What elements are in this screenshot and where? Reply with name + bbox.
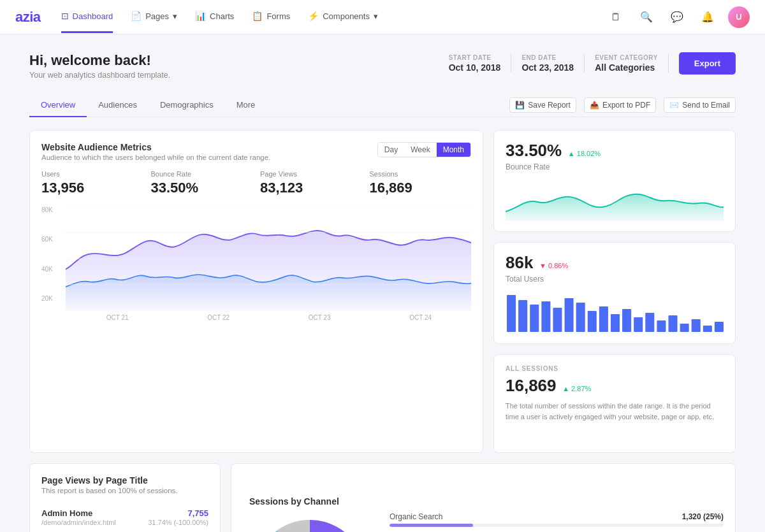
main-grid: Website Audience Metrics Audience to whi… xyxy=(29,130,736,453)
sessions-channel-card: Sessions by Channel xyxy=(231,463,736,532)
nav-components[interactable]: ⚡ Components ▾ xyxy=(308,1,378,33)
svg-rect-4 xyxy=(507,295,516,332)
svg-rect-17 xyxy=(657,320,666,332)
svg-rect-7 xyxy=(541,301,550,332)
total-users-chart xyxy=(506,289,724,333)
stat-bounce-rate: Bounce Rate 33.50% xyxy=(151,170,253,196)
stat-users: Users 13,956 xyxy=(41,170,143,196)
search-icon-btn[interactable]: 🔍 xyxy=(636,7,657,27)
nav-forms[interactable]: 📋 Forms xyxy=(252,1,290,33)
donut-chart xyxy=(249,515,370,532)
nav-dashboard[interactable]: ⊡ Dashboard xyxy=(61,1,113,33)
tab-items: Overview Audiences Demographics More xyxy=(29,94,266,117)
tab-demographics[interactable]: Demographics xyxy=(149,94,225,117)
forms-icon: 📋 xyxy=(252,11,263,21)
bottom-grid: Page Views by Page Title This report is … xyxy=(29,463,736,532)
svg-rect-6 xyxy=(530,305,539,332)
svg-rect-8 xyxy=(553,308,562,332)
navbar: azia ⊡ Dashboard 📄 Pages ▾ 📊 Charts 📋 Fo… xyxy=(0,0,765,34)
svg-rect-12 xyxy=(599,306,608,332)
tab-audiences[interactable]: Audiences xyxy=(87,94,149,117)
chart-y-labels: 80K 60K 40K 20K xyxy=(41,206,53,302)
metrics-title-group: Website Audience Metrics Audience to whi… xyxy=(41,142,270,161)
channel-bar-bg xyxy=(390,524,724,527)
page-views-card: Page Views by Page Title This report is … xyxy=(29,463,221,532)
svg-rect-21 xyxy=(703,326,712,332)
svg-rect-15 xyxy=(634,317,643,332)
metrics-title: Website Audience Metrics xyxy=(41,142,270,152)
chart-x-labels: OCT 21 OCT 22 OCT 23 OCT 24 xyxy=(67,314,471,321)
svg-rect-14 xyxy=(622,309,631,332)
page-views-list: Admin Home 7,755 /demo/admin/index.html … xyxy=(41,502,208,532)
svg-rect-20 xyxy=(692,319,701,332)
channel-bar-fill xyxy=(390,524,473,527)
send-email-button[interactable]: ✉️ Send to Email xyxy=(664,97,736,113)
sessions-inner: ALL SESSIONS 16,869 ▲ 2.87% The total nu… xyxy=(494,355,735,452)
chevron-down-icon: ▾ xyxy=(173,11,177,21)
total-users-value-group: 86k ▼ 0.86% xyxy=(506,253,568,273)
period-week-button[interactable]: Week xyxy=(404,143,436,157)
bounce-rate-card: 33.50% ▲ 18.02% Bounce Rate xyxy=(493,130,736,232)
event-category-field[interactable]: EVENT CATEGORY All Categories xyxy=(585,54,669,73)
export-icon: 📤 xyxy=(590,101,599,110)
avatar[interactable]: U xyxy=(728,6,750,28)
tab-more[interactable]: More xyxy=(225,94,267,117)
chevron-down-icon: ▾ xyxy=(374,11,378,21)
nav-links: ⊡ Dashboard 📄 Pages ▾ 📊 Charts 📋 Forms ⚡… xyxy=(61,1,585,33)
sessions-left: ALL SESSIONS 16,869 ▲ 2.87% The total nu… xyxy=(494,355,729,452)
bounce-rate-chart xyxy=(506,176,724,221)
end-date-field[interactable]: END DATE Oct 23, 2018 xyxy=(511,54,585,73)
svg-rect-18 xyxy=(668,315,677,332)
sessions-bar-chart xyxy=(729,355,735,452)
channel-bar-item: Organic Search 1,320 (25%) xyxy=(390,512,724,527)
all-sessions-card: ALL SESSIONS 16,869 ▲ 2.87% The total nu… xyxy=(493,354,736,453)
period-month-button[interactable]: Month xyxy=(437,143,470,157)
svg-rect-9 xyxy=(565,298,574,332)
start-date-field[interactable]: START DATE Oct 10, 2018 xyxy=(439,54,512,73)
metrics-subtitle: Audience to which the users belonged whi… xyxy=(41,154,270,161)
svg-rect-5 xyxy=(518,300,527,332)
channel-bars-list: Organic Search 1,320 (25%) Email 987 (20… xyxy=(390,512,724,533)
pages-icon: 📄 xyxy=(131,11,142,21)
metrics-card: Website Audience Metrics Audience to whi… xyxy=(29,130,483,453)
period-day-button[interactable]: Day xyxy=(378,143,404,157)
dashboard-icon: ⊡ xyxy=(61,11,69,21)
period-buttons: Day Week Month xyxy=(377,142,471,157)
nav-charts[interactable]: 📊 Charts xyxy=(195,1,234,33)
chat-icon-btn[interactable]: 💬 xyxy=(667,7,687,27)
export-button[interactable]: Export xyxy=(679,52,736,75)
header-left: Hi, welcome back! Your web analytics das… xyxy=(29,52,170,80)
date-filter-group: START DATE Oct 10, 2018 END DATE Oct 23,… xyxy=(439,54,669,73)
tab-bar: Overview Audiences Demographics More 💾 S… xyxy=(29,94,736,117)
bell-icon-btn[interactable]: 🔔 xyxy=(697,7,718,27)
tab-overview[interactable]: Overview xyxy=(29,94,87,117)
svg-rect-13 xyxy=(611,314,620,332)
main-chart-svg xyxy=(66,206,471,311)
page-subtitle: Your web analytics dashboard template. xyxy=(29,71,170,80)
right-column: 33.50% ▲ 18.02% Bounce Rate xyxy=(493,130,736,453)
email-icon: ✉️ xyxy=(669,101,679,110)
sessions-value-row: 16,869 ▲ 2.87% xyxy=(506,376,717,396)
tab-actions: 💾 Save Report 📤 Export to PDF ✉️ Send to… xyxy=(509,97,736,113)
header-right: START DATE Oct 10, 2018 END DATE Oct 23,… xyxy=(439,52,736,75)
svg-rect-16 xyxy=(645,313,654,332)
page-content: Hi, welcome back! Your web analytics das… xyxy=(19,34,746,532)
page-view-item: Admin Home 7,755 /demo/admin/index.html … xyxy=(41,502,208,532)
svg-rect-19 xyxy=(680,324,689,332)
channel-donut-section: Sessions by Channel xyxy=(243,496,377,532)
export-pdf-button[interactable]: 📤 Export to PDF xyxy=(584,97,656,113)
nav-pages[interactable]: 📄 Pages ▾ xyxy=(131,1,177,33)
components-icon: ⚡ xyxy=(308,11,319,21)
svg-rect-22 xyxy=(715,322,724,332)
svg-rect-10 xyxy=(576,303,585,332)
save-icon: 💾 xyxy=(515,101,525,110)
metrics-stats: Users 13,956 Bounce Rate 33.50% Page Vie… xyxy=(41,170,471,196)
svg-rect-11 xyxy=(588,311,597,332)
save-report-button[interactable]: 💾 Save Report xyxy=(509,97,576,113)
bounce-rate-top: 33.50% ▲ 18.02% xyxy=(506,141,724,161)
brand-logo[interactable]: azia xyxy=(15,9,41,25)
total-users-top: 86k ▼ 0.86% xyxy=(506,253,724,273)
document-icon-btn[interactable]: 🗒 xyxy=(606,7,626,27)
stat-sessions: Sessions 16,869 xyxy=(370,170,472,196)
header-row: Hi, welcome back! Your web analytics das… xyxy=(29,52,736,80)
